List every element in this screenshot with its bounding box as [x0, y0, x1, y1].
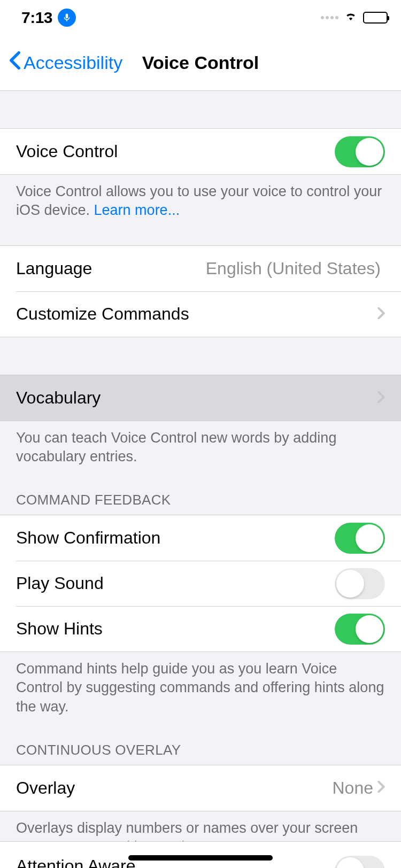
status-time: 7:13: [21, 9, 52, 27]
overlay-row[interactable]: Overlay None: [0, 765, 401, 811]
show-hints-row: Show Hints: [0, 606, 401, 652]
show-hints-toggle[interactable]: [335, 614, 385, 645]
learn-more-link[interactable]: Learn more...: [94, 202, 180, 218]
page-title: Voice Control: [142, 52, 259, 73]
show-hints-label: Show Hints: [16, 619, 335, 639]
wifi-icon: [343, 11, 358, 25]
back-label: Accessibility: [24, 52, 122, 73]
show-confirmation-toggle[interactable]: [335, 523, 385, 554]
overlay-label: Overlay: [16, 778, 333, 798]
attention-aware-toggle[interactable]: [335, 856, 385, 868]
cellular-icon: [321, 16, 338, 19]
chevron-right-icon: [377, 391, 385, 405]
voice-control-row: Voice Control: [0, 129, 401, 174]
home-indicator[interactable]: [128, 855, 273, 861]
language-value: English (United States): [206, 259, 381, 278]
vocabulary-footer: You can teach Voice Control new words by…: [0, 421, 401, 474]
customize-commands-row[interactable]: Customize Commands: [0, 291, 401, 337]
microphone-icon: [58, 9, 76, 27]
back-button[interactable]: Accessibility: [9, 51, 122, 74]
show-confirmation-row: Show Confirmation: [0, 515, 401, 561]
chevron-right-icon: [377, 307, 385, 321]
attention-aware-row: Attention Aware: [0, 841, 401, 868]
overlay-value: None: [333, 778, 374, 798]
play-sound-toggle[interactable]: [335, 568, 385, 599]
voice-control-toggle[interactable]: [335, 136, 385, 167]
chevron-left-icon: [9, 51, 21, 74]
play-sound-row: Play Sound: [0, 561, 401, 606]
chevron-right-icon: [377, 781, 385, 795]
vocabulary-row[interactable]: Vocabulary: [0, 375, 401, 421]
continuous-overlay-header: CONTINUOUS OVERLAY: [0, 742, 401, 765]
nav-bar: Accessibility Voice Control: [0, 35, 401, 91]
status-bar: 7:13: [0, 0, 401, 35]
command-feedback-footer: Command hints help guide you as you lear…: [0, 652, 401, 723]
battery-icon: [363, 12, 388, 24]
language-label: Language: [16, 259, 206, 278]
language-row[interactable]: Language English (United States): [0, 246, 401, 291]
command-feedback-header: COMMAND FEEDBACK: [0, 492, 401, 515]
voice-control-footer: Voice Control allows you to use your voi…: [0, 175, 401, 227]
customize-commands-label: Customize Commands: [16, 304, 377, 324]
vocabulary-label: Vocabulary: [16, 388, 377, 408]
play-sound-label: Play Sound: [16, 574, 335, 593]
voice-control-label: Voice Control: [16, 142, 335, 161]
show-confirmation-label: Show Confirmation: [16, 528, 335, 548]
